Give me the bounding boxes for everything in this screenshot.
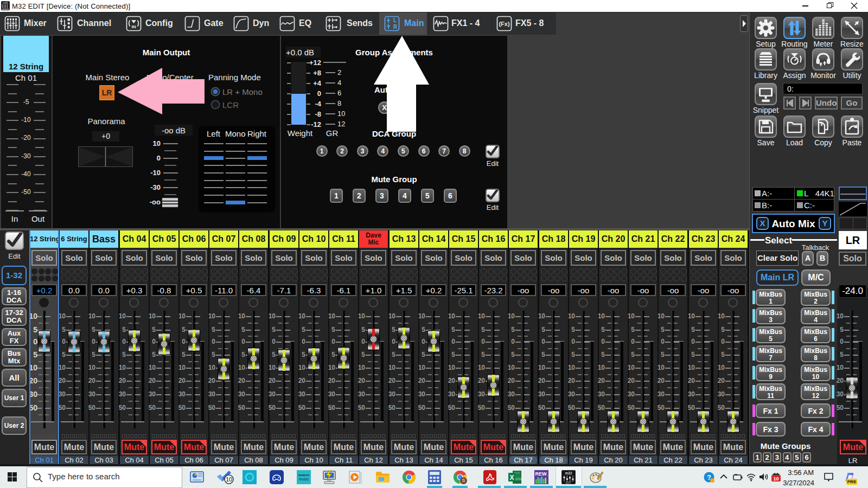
- svg-text:music: music: [299, 477, 309, 481]
- svg-text:(Fx): (Fx): [499, 21, 510, 27]
- svg-text:IN: IN: [132, 24, 136, 29]
- svg-text:EDIT: EDIT: [566, 481, 572, 484]
- svg-text:X: X: [509, 474, 514, 481]
- svg-text:amazon: amazon: [298, 473, 310, 477]
- svg-text:REW: REW: [535, 471, 547, 477]
- svg-text:R: R: [393, 24, 398, 30]
- svg-text:m32: m32: [565, 471, 572, 475]
- svg-text:10: 10: [226, 476, 232, 483]
- svg-text:10: 10: [773, 476, 778, 481]
- svg-text:L: L: [393, 17, 397, 23]
